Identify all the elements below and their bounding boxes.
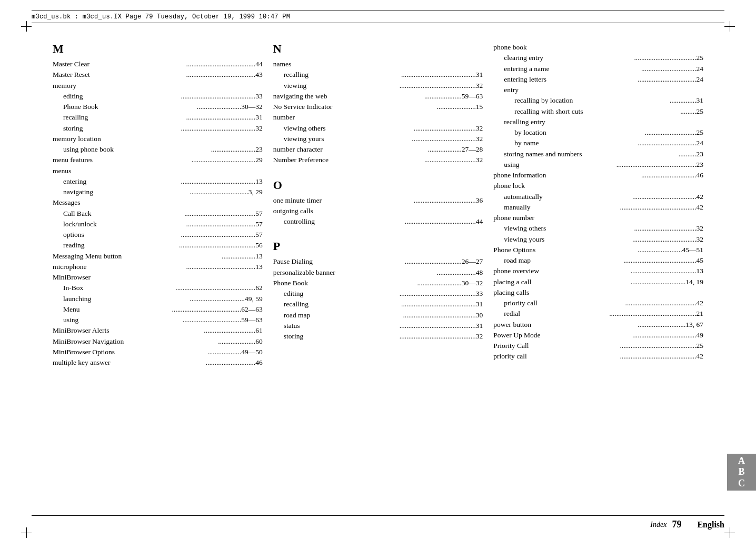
list-item: viewing.................................…	[273, 81, 483, 91]
entry-page: ...................................25	[604, 53, 703, 63]
list-item: by name.................................…	[493, 138, 703, 148]
entry-label: number character	[273, 144, 378, 155]
list-item: phone book	[493, 42, 703, 53]
list-item: personalizable banner...................…	[273, 267, 483, 278]
entry-page: ....................................32	[383, 134, 483, 144]
list-item: priority call...........................…	[493, 298, 703, 308]
entry-page: .......................................3…	[163, 112, 262, 123]
entry-label: names	[273, 59, 483, 69]
entry-page: ....................................49	[599, 330, 703, 341]
list-item: phone information.......................…	[493, 170, 703, 181]
entry-page: ...................49—50	[157, 347, 262, 357]
entry-label: Number Preference	[273, 155, 378, 165]
list-item: priority call...........................…	[493, 351, 703, 362]
entry-label: Menu	[63, 304, 163, 315]
entry-page: ........................................…	[383, 81, 483, 91]
entry-label: navigating the web	[273, 91, 378, 102]
entry-label: entering letters	[504, 74, 603, 85]
entry-label: Power Up Mode	[493, 330, 598, 341]
entry-page: .......................................6…	[163, 304, 262, 315]
list-item: viewing yours...........................…	[273, 134, 483, 144]
page-header: m3cd_us.bk : m3cd_us.IX Page 79 Tuesday,…	[32, 11, 724, 23]
entry-page: ...................................36	[378, 195, 483, 206]
entry-label: viewing others	[284, 123, 383, 134]
footer-index-label: Index	[650, 521, 667, 529]
entry-label: editing	[284, 288, 383, 299]
index-letter-o: O	[273, 178, 483, 192]
entry-label: using	[504, 159, 603, 170]
entry-page: ........................................…	[604, 255, 703, 266]
list-item: In-Box..................................…	[53, 283, 263, 293]
entry-page: ..........23	[604, 149, 703, 159]
entry-label: MiniBrowser Options	[53, 347, 157, 357]
entry-label: manually	[504, 202, 603, 213]
list-item: entering letters........................…	[493, 74, 703, 85]
entry-label: placing calls	[493, 287, 703, 298]
entry-page: ......................48	[378, 267, 483, 278]
list-item: entering a name.........................…	[493, 64, 703, 74]
entry-label: road map	[504, 255, 603, 266]
list-item: No Service Indicator....................…	[273, 102, 483, 112]
entry-page: ........................................…	[163, 240, 262, 251]
entry-page: ...............31	[609, 95, 703, 106]
entry-page: ...............................49, 59	[163, 294, 262, 304]
entry-label: memory location	[53, 134, 263, 144]
entry-label: In-Box	[63, 283, 163, 293]
entry-page: ........................................…	[599, 341, 703, 351]
list-item: Menu....................................…	[53, 304, 263, 315]
list-item: recalling...............................…	[273, 69, 483, 80]
list-item: memory location	[53, 134, 263, 144]
entry-page: ........................................…	[383, 69, 483, 80]
entry-label: placing a call	[493, 277, 598, 287]
entry-label: controlling	[284, 216, 383, 227]
entry-label: recalling with short cuts	[514, 106, 609, 117]
list-item: navigating..............................…	[53, 187, 263, 197]
entry-label: menus	[53, 166, 263, 176]
entry-page: .................................3, 29	[163, 187, 262, 197]
list-item: automatically...........................…	[493, 192, 703, 202]
list-item: clearing entry..........................…	[493, 53, 703, 63]
alphabet-tab: A B C	[727, 454, 756, 491]
entry-label: memory	[53, 81, 263, 91]
list-item: options.................................…	[53, 229, 263, 240]
entry-label: Pause Dialing	[273, 256, 378, 267]
entry-page: ........................................…	[163, 91, 262, 102]
entry-label: recalling	[284, 299, 383, 310]
header-text: m3cd_us.bk : m3cd_us.IX Page 79 Tuesday,…	[32, 13, 290, 21]
entry-label: editing	[63, 91, 163, 102]
list-item: launching...............................…	[53, 294, 263, 304]
entry-label: entering a name	[504, 64, 603, 74]
entry-label: outgoing calls	[273, 206, 483, 216]
entry-label: Phone Book	[273, 278, 378, 288]
entry-page: ........................................…	[383, 288, 483, 299]
entry-label: number	[273, 112, 483, 123]
column-1: MMaster Clear...........................…	[53, 42, 273, 506]
entry-page: ...................................32	[604, 223, 703, 234]
entry-page: ........................................…	[163, 123, 262, 134]
list-item: Phone Book.........................30—32	[273, 278, 483, 288]
list-item: one minute timer........................…	[273, 195, 483, 206]
list-item: storing names and numbers..........23	[493, 149, 703, 159]
entry-label: reading	[63, 240, 163, 251]
list-item: Phone Options.........................45…	[493, 245, 703, 255]
entry-page: ........................................…	[383, 310, 483, 321]
list-item: Master Reset............................…	[53, 69, 263, 80]
crosshair-bottom-left	[21, 527, 32, 538]
list-item: multiple key answer.....................…	[53, 357, 263, 368]
entry-label: by name	[514, 138, 609, 148]
entry-label: automatically	[504, 192, 603, 202]
entry-page: ...............................24	[604, 64, 703, 74]
list-item: reading.................................…	[53, 240, 263, 251]
entry-page: ........................................…	[604, 159, 703, 170]
entry-page: ....................................29	[157, 155, 262, 165]
list-item: Number Preference.......................…	[273, 155, 483, 165]
entry-page: .......................................4…	[157, 59, 262, 69]
list-item: microphone..............................…	[53, 262, 263, 272]
entry-label: multiple key answer	[53, 357, 157, 368]
entry-page: ...........................13, 67	[599, 320, 703, 330]
entry-label: No Service Indicator	[273, 102, 378, 112]
list-item: phone lock	[493, 181, 703, 191]
entry-label: Master Clear	[53, 59, 157, 69]
tab-letter-a: A	[738, 455, 745, 467]
entry-page: .....................59—63	[378, 91, 483, 102]
